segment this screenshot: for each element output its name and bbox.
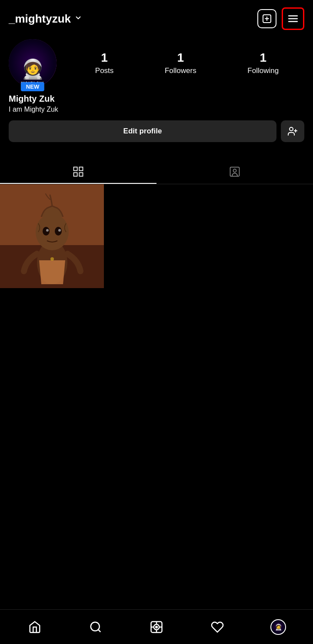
posts-label: Posts	[95, 66, 114, 75]
nav-profile[interactable]: 🧑‍🚀	[265, 614, 291, 640]
svg-point-6	[290, 127, 293, 131]
svg-rect-13	[230, 167, 240, 176]
svg-rect-9	[74, 167, 77, 171]
nav-home[interactable]	[22, 614, 48, 640]
followers-count: 1	[177, 51, 184, 65]
svg-point-20	[55, 227, 62, 236]
tab-grid[interactable]	[0, 159, 156, 184]
svg-rect-11	[74, 173, 77, 176]
svg-point-24	[91, 622, 100, 631]
following-label: Following	[247, 66, 279, 75]
post-thumbnail[interactable]	[0, 184, 104, 288]
avatar-astronaut-icon: 🧑‍🚀	[21, 58, 45, 80]
new-badge: NEW	[21, 82, 44, 91]
header-left: _mightyzuk	[9, 12, 82, 26]
svg-point-28	[156, 626, 157, 628]
svg-point-14	[233, 169, 236, 172]
svg-point-18	[36, 214, 69, 250]
bio: I am Mighty Zuk	[9, 106, 304, 113]
nav-reels[interactable]	[143, 614, 170, 640]
buttons-row: Edit profile	[9, 120, 304, 142]
following-count: 1	[260, 51, 266, 65]
tab-tagged[interactable]	[156, 159, 313, 184]
menu-button[interactable]	[282, 7, 304, 30]
add-post-button[interactable]	[257, 9, 276, 28]
edit-profile-button[interactable]: Edit profile	[9, 120, 276, 142]
username[interactable]: _mightyzuk	[9, 12, 71, 26]
svg-line-25	[98, 629, 100, 631]
header-right	[257, 7, 304, 30]
avatar: 🧑‍🚀 MIGHTY ZUK	[9, 39, 57, 87]
posts-grid	[0, 184, 313, 288]
profile-info: Mighty Zuk I am Mighty Zuk	[9, 94, 304, 113]
groot-image	[0, 184, 104, 288]
followers-stat[interactable]: 1 Followers	[165, 51, 196, 75]
add-friend-button[interactable]	[281, 120, 304, 142]
svg-point-19	[43, 227, 50, 236]
svg-point-22	[58, 229, 61, 232]
svg-point-21	[46, 229, 49, 232]
nav-avatar: 🧑‍🚀	[270, 619, 286, 635]
tabs-row	[0, 159, 313, 184]
profile-top: 🧑‍🚀 MIGHTY ZUK NEW 1 Posts 1 Followers 1…	[9, 39, 304, 87]
nav-activity[interactable]	[204, 614, 230, 640]
svg-point-23	[50, 257, 54, 261]
posts-stat[interactable]: 1 Posts	[95, 51, 114, 75]
header: _mightyzuk	[0, 0, 313, 35]
svg-rect-10	[79, 167, 83, 171]
avatar-wrapper[interactable]: 🧑‍🚀 MIGHTY ZUK NEW	[9, 39, 57, 87]
bottom-nav: 🧑‍🚀	[0, 609, 313, 644]
following-stat[interactable]: 1 Following	[247, 51, 279, 75]
followers-label: Followers	[165, 66, 196, 75]
display-name: Mighty Zuk	[9, 94, 304, 104]
svg-rect-12	[79, 173, 83, 176]
profile-section: 🧑‍🚀 MIGHTY ZUK NEW 1 Posts 1 Followers 1…	[0, 35, 313, 155]
stats-row: 1 Posts 1 Followers 1 Following	[70, 51, 304, 75]
nav-search[interactable]	[83, 614, 109, 640]
chevron-down-icon[interactable]	[74, 14, 82, 24]
posts-count: 1	[101, 51, 108, 65]
